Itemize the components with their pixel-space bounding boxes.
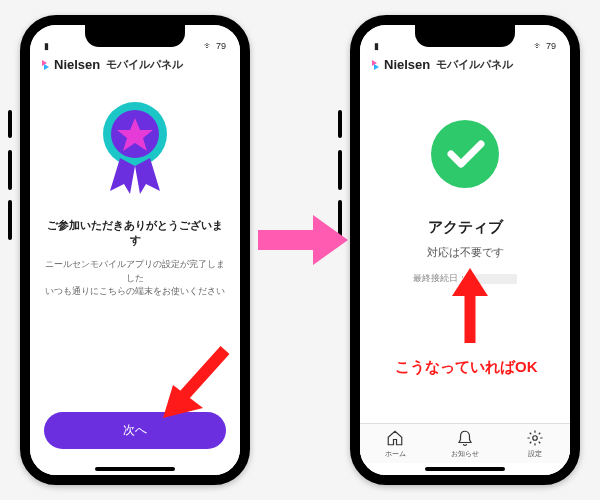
transition-arrow-icon <box>258 210 348 270</box>
tab-bar: ホーム お知らせ 設定 <box>360 423 570 463</box>
brand-logo: Nielsen <box>40 57 100 72</box>
annotation-arrow-icon <box>155 340 245 430</box>
tab-label: お知らせ <box>451 449 479 459</box>
award-badge-icon <box>90 96 180 200</box>
app-header: Nielsen モバイルパネル <box>360 53 570 78</box>
svg-marker-8 <box>374 64 379 70</box>
svg-marker-1 <box>44 64 49 70</box>
home-icon <box>386 429 404 447</box>
active-subtitle: 対応は不要です <box>427 245 504 260</box>
tab-label: 設定 <box>528 449 542 459</box>
brand-logo-icon <box>40 59 52 71</box>
thanks-description: ニールセンモバイルアプリの設定が完了しました いつも通りにこちらの端末をお使いく… <box>44 258 226 299</box>
tab-label: ホーム <box>385 449 406 459</box>
tab-home[interactable]: ホーム <box>360 424 430 463</box>
app-title: モバイルパネル <box>436 57 513 72</box>
brand-logo: Nielsen <box>370 57 430 72</box>
status-right: ᯤ 79 <box>204 41 226 51</box>
status-left: ▮ <box>44 41 49 51</box>
app-title: モバイルパネル <box>106 57 183 72</box>
phone-side-button <box>8 110 12 138</box>
status-left: ▮ <box>374 41 379 51</box>
phone-notch <box>415 25 515 47</box>
phone-side-button <box>338 110 342 138</box>
active-heading: アクティブ <box>428 218 503 237</box>
phone-side-button <box>338 150 342 190</box>
phone-side-button <box>8 200 12 240</box>
phone-notch <box>85 25 185 47</box>
brand-logo-icon <box>370 59 382 71</box>
svg-marker-12 <box>313 215 348 265</box>
status-right: ᯤ 79 <box>534 41 556 51</box>
svg-line-13 <box>180 350 225 400</box>
phone-side-button <box>8 150 12 190</box>
home-indicator <box>30 463 240 475</box>
bell-icon <box>456 429 474 447</box>
brand-name: Nielsen <box>54 57 100 72</box>
svg-rect-11 <box>258 230 313 250</box>
tab-notice[interactable]: お知らせ <box>430 424 500 463</box>
wifi-icon: ᯤ <box>534 41 543 51</box>
gear-icon <box>526 429 544 447</box>
phone-frame-right: ▮ ᯤ 79 Nielsen モバイルパネル アクティブ <box>350 15 580 485</box>
svg-point-10 <box>533 436 538 441</box>
app-header: Nielsen モバイルパネル <box>30 53 240 78</box>
home-indicator <box>360 463 570 475</box>
battery-pct: 79 <box>546 41 556 51</box>
annotation-arrow-icon <box>440 268 500 348</box>
svg-point-9 <box>431 120 499 188</box>
tab-settings[interactable]: 設定 <box>500 424 570 463</box>
wifi-icon: ᯤ <box>204 41 213 51</box>
svg-marker-16 <box>452 268 488 296</box>
battery-pct: 79 <box>216 41 226 51</box>
annotation-text: こうなっていればOK <box>395 358 538 377</box>
thanks-heading: ご参加いただきありがとうございます <box>44 218 226 248</box>
checkmark-icon <box>429 118 501 194</box>
brand-name: Nielsen <box>384 57 430 72</box>
